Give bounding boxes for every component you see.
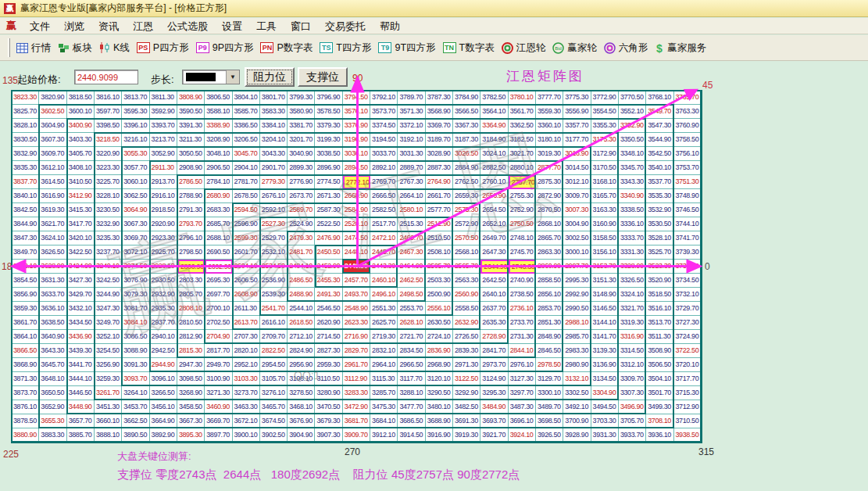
- grid-cell-r10-c3[interactable]: 3235.30: [95, 231, 122, 246]
- grid-cell-r18-c7[interactable]: 2817.70: [205, 344, 232, 358]
- grid-cell-r12-c13[interactable]: 2443.30: [370, 260, 398, 274]
- grid-cell-r19-c8[interactable]: 2952.10: [233, 358, 260, 372]
- grid-cell-r1-c6[interactable]: 3590.50: [177, 105, 205, 119]
- grid-cell-r24-c16[interactable]: 3919.30: [453, 428, 480, 443]
- grid-cell-r3-c3[interactable]: 3218.50: [95, 133, 122, 147]
- grid-cell-r19-c4[interactable]: 3091.30: [122, 358, 149, 372]
- grid-cell-r3-c24[interactable]: 3758.50: [674, 133, 702, 147]
- grid-cell-r13-c0[interactable]: 3854.50: [12, 274, 39, 288]
- grid-cell-r9-c11[interactable]: 2522.50: [315, 217, 342, 231]
- grid-cell-r4-c4[interactable]: 3055.30: [122, 147, 149, 161]
- grid-cell-r3-c0[interactable]: 3830.50: [12, 133, 39, 147]
- grid-cell-r20-c13[interactable]: 3115.30: [370, 372, 398, 386]
- grid-cell-r21-c8[interactable]: 3273.70: [233, 386, 260, 400]
- grid-cell-r12-c23[interactable]: 3523.30: [646, 260, 673, 274]
- grid-cell-r24-c0[interactable]: 3880.90: [12, 428, 39, 443]
- grid-cell-r21-c15[interactable]: 3290.50: [426, 386, 453, 400]
- grid-cell-r7-c0[interactable]: 3840.10: [12, 189, 39, 203]
- grid-cell-r18-c5[interactable]: 2942.50: [150, 344, 177, 358]
- grid-cell-r1-c12[interactable]: 3576.10: [343, 105, 370, 119]
- grid-cell-r11-c20[interactable]: 3000.10: [563, 246, 591, 260]
- grid-cell-r10-c18[interactable]: 2748.10: [509, 231, 536, 246]
- grid-cell-r24-c10[interactable]: 3904.90: [288, 428, 315, 443]
- grid-cell-r5-c9[interactable]: 2901.70: [260, 161, 288, 175]
- grid-cell-r3-c17[interactable]: 3184.90: [480, 133, 508, 147]
- grid-cell-r23-c2[interactable]: 3657.70: [67, 414, 95, 428]
- grid-cell-r8-c9[interactable]: 2592.10: [260, 203, 288, 217]
- grid-cell-r5-c3[interactable]: 3223.30: [95, 161, 122, 175]
- grid-cell-r6-c22[interactable]: 3343.30: [619, 175, 646, 189]
- grid-cell-r16-c13[interactable]: 2625.70: [370, 316, 398, 330]
- grid-cell-r13-c5[interactable]: 2930.50: [150, 274, 177, 288]
- grid-cell-r1-c1[interactable]: 3602.50: [39, 105, 66, 119]
- grid-cell-r2-c7[interactable]: 3388.90: [205, 119, 232, 133]
- grid-cell-r18-c9[interactable]: 2822.50: [260, 344, 288, 358]
- grid-cell-r3-c7[interactable]: 3208.90: [205, 133, 232, 147]
- grid-cell-r10-c22[interactable]: 3333.70: [619, 231, 646, 246]
- grid-cell-r5-c5[interactable]: 2911.30: [150, 161, 177, 175]
- grid-cell-r22-c18[interactable]: 3487.30: [509, 400, 536, 414]
- grid-cell-r7-c5[interactable]: 2916.10: [150, 189, 177, 203]
- grid-cell-r9-c15[interactable]: 2512.90: [426, 217, 453, 231]
- grid-cell-r8-c16[interactable]: 2575.30: [453, 203, 480, 217]
- grid-cell-r6-c2[interactable]: 3410.50: [67, 175, 95, 189]
- grid-cell-r23-c12[interactable]: 3681.70: [343, 414, 370, 428]
- grid-cell-r23-c4[interactable]: 3662.50: [122, 414, 149, 428]
- grid-cell-r2-c13[interactable]: 3374.50: [370, 119, 398, 133]
- grid-cell-r23-c7[interactable]: 3669.70: [205, 414, 232, 428]
- grid-cell-r16-c7[interactable]: 2702.50: [205, 316, 232, 330]
- grid-cell-r17-c8[interactable]: 2707.30: [233, 330, 260, 344]
- grid-cell-r7-c10[interactable]: 2673.70: [288, 189, 315, 203]
- grid-cell-r18-c3[interactable]: 3254.50: [95, 344, 122, 358]
- grid-cell-r19-c16[interactable]: 2971.30: [453, 358, 480, 372]
- grid-cell-r4-c24[interactable]: 3756.10: [674, 147, 702, 161]
- toolbar-button-11[interactable]: Bid赢家轮: [552, 41, 597, 55]
- grid-cell-r10-c4[interactable]: 3069.70: [122, 231, 149, 246]
- grid-cell-r14-c7[interactable]: 2697.70: [205, 288, 232, 302]
- grid-cell-r14-c14[interactable]: 2498.50: [398, 288, 425, 302]
- grid-cell-r16-c9[interactable]: 2616.10: [260, 316, 288, 330]
- grid-cell-r5-c23[interactable]: 3540.10: [646, 161, 673, 175]
- combo-dropdown-icon[interactable]: ▼: [226, 70, 239, 84]
- grid-cell-r5-c11[interactable]: 2896.90: [315, 161, 342, 175]
- grid-cell-r24-c1[interactable]: 3883.30: [39, 428, 66, 443]
- grid-cell-r2-c19[interactable]: 3360.10: [536, 119, 563, 133]
- grid-cell-r24-c9[interactable]: 3902.50: [260, 428, 288, 443]
- grid-cell-r10-c24[interactable]: 3741.70: [674, 231, 702, 246]
- grid-cell-r7-c17[interactable]: 2656.90: [480, 189, 508, 203]
- grid-cell-r2-c0[interactable]: 3828.10: [12, 119, 39, 133]
- grid-cell-r1-c11[interactable]: 3578.50: [315, 105, 342, 119]
- grid-cell-r12-c17[interactable]: 2644.90: [480, 260, 508, 274]
- grid-cell-r15-c4[interactable]: 3081.70: [122, 302, 149, 316]
- grid-cell-r2-c16[interactable]: 3367.30: [453, 119, 480, 133]
- grid-cell-r4-c5[interactable]: 3052.90: [150, 147, 177, 161]
- grid-cell-r21-c5[interactable]: 3266.50: [150, 386, 177, 400]
- grid-cell-r19-c11[interactable]: 2959.30: [315, 358, 342, 372]
- grid-cell-r7-c20[interactable]: 3009.70: [563, 189, 591, 203]
- grid-cell-r24-c6[interactable]: 3895.30: [177, 428, 205, 443]
- grid-cell-r13-c19[interactable]: 2858.50: [536, 274, 563, 288]
- grid-cell-r22-c19[interactable]: 3489.70: [536, 400, 563, 414]
- toolbar-button-2[interactable]: 板块: [58, 41, 92, 55]
- grid-cell-r4-c19[interactable]: 3019.30: [536, 147, 563, 161]
- grid-cell-r6-c5[interactable]: 2913.70: [150, 175, 177, 189]
- grid-cell-r13-c18[interactable]: 2740.90: [509, 274, 536, 288]
- grid-cell-r23-c13[interactable]: 3684.10: [370, 414, 398, 428]
- grid-cell-r11-c18[interactable]: 2745.70: [509, 246, 536, 260]
- grid-cell-r9-c14[interactable]: 2515.30: [398, 217, 425, 231]
- grid-cell-r8-c22[interactable]: 3338.50: [619, 203, 646, 217]
- grid-cell-r6-c18[interactable]: 2757.70: [509, 175, 536, 189]
- grid-cell-r22-c9[interactable]: 3465.70: [260, 400, 288, 414]
- grid-cell-r14-c8[interactable]: 2608.90: [233, 288, 260, 302]
- grid-cell-r24-c22[interactable]: 3933.70: [619, 428, 646, 443]
- grid-cell-r17-c18[interactable]: 2731.30: [509, 330, 536, 344]
- grid-cell-r8-c21[interactable]: 3163.30: [591, 203, 619, 217]
- grid-cell-r17-c6[interactable]: 2812.90: [177, 330, 205, 344]
- grid-cell-r11-c2[interactable]: 3422.50: [67, 246, 95, 260]
- grid-cell-r22-c7[interactable]: 3460.90: [205, 400, 232, 414]
- grid-cell-r15-c17[interactable]: 2637.70: [480, 302, 508, 316]
- grid-cell-r13-c14[interactable]: 2462.50: [398, 274, 425, 288]
- grid-cell-r11-c23[interactable]: 3525.70: [646, 246, 673, 260]
- grid-cell-r14-c22[interactable]: 3324.10: [619, 288, 646, 302]
- grid-cell-r8-c7[interactable]: 2683.30: [205, 203, 232, 217]
